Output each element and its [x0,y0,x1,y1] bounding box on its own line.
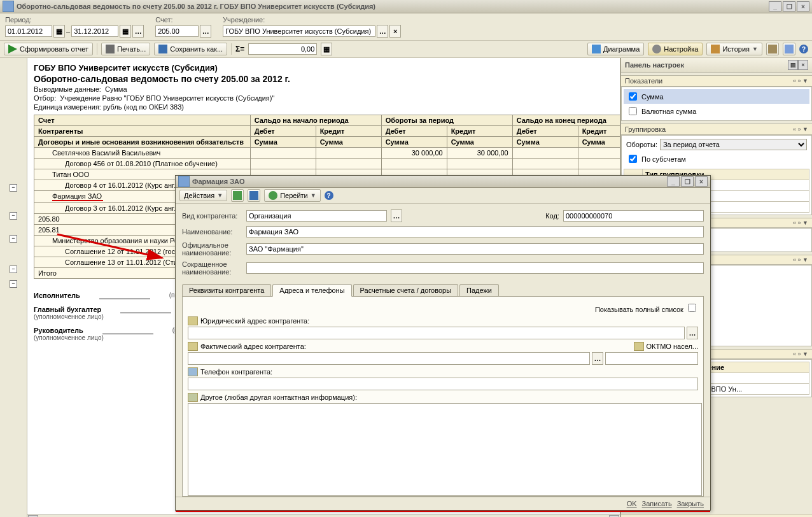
modal-tabs: Реквизиты контрагента Адреса и телефоны … [182,284,704,297]
period-from-picker[interactable]: ▦ [53,25,65,38]
cur-checkbox[interactable] [629,107,637,115]
tab-page: Показывать полный список Юридический адр… [182,297,704,497]
fact-address-input[interactable] [188,352,590,365]
tab-cases[interactable]: Падежи [459,284,499,296]
filter-bar: Период: ▦ – ▦ … Счет: … Учреждение: … × [0,13,812,41]
settings-toggle-button[interactable]: Настройка [648,43,703,55]
turn-period-select[interactable]: За период отчета [660,139,807,150]
rearrange-button[interactable] [766,43,779,55]
address-icon [188,342,198,351]
modal-minimize[interactable]: _ [667,176,680,187]
sub-checkbox[interactable] [629,155,637,163]
run-report-button[interactable]: Сформировать отчет [4,43,93,55]
panel-close-button[interactable]: × [798,60,808,70]
table-row[interactable]: Светлячков Василий Васильевич30 000,0030… [34,148,621,159]
maximize-button[interactable]: ❐ [783,1,795,11]
period-label: Период: [5,16,144,24]
sigma-icon: Σ= [235,45,244,53]
code-input[interactable] [563,210,704,222]
oktmo-icon [634,342,644,351]
indicator-currency[interactable]: Валютная сумма [624,104,809,118]
tree-collapse-5[interactable]: − [10,280,17,288]
org-label: Учреждение: [223,16,401,24]
sigma-input[interactable] [248,43,317,55]
modal-title: Фармация ЗАО [192,178,244,185]
sigma-calc[interactable]: ▦ [321,43,332,55]
panel-title: Панель настроек [625,61,684,69]
legal-address-select[interactable]: … [687,327,698,339]
name-input[interactable] [246,226,704,237]
tree-collapse-4[interactable]: − [10,266,17,273]
show-full-label[interactable]: Показывать полный список [595,306,698,313]
org-clear[interactable]: × [389,25,401,38]
save-as-button[interactable]: Сохранить как... [154,43,227,55]
sum-checkbox[interactable] [629,92,637,101]
fact-address-select[interactable]: … [592,352,603,365]
tree-gutter: − − − − − [0,58,27,517]
tab-requisites[interactable]: Реквизиты контрагента [182,284,271,296]
main-titlebar: Оборотно-сальдовая ведомость по счету 20… [0,0,812,13]
short-name-input[interactable] [246,262,704,274]
history-button[interactable]: История▼ [706,43,762,55]
print-button[interactable]: Печать... [101,43,150,55]
window-title: Оборотно-сальдовая ведомость по счету 20… [17,3,375,10]
tree-collapse-3[interactable]: − [10,235,17,243]
report-subtitle: ГОБУ ВПО Университет искусств (Субсидия) [34,63,613,73]
tab-accounts[interactable]: Расчетные счета / договоры [353,284,459,296]
show-full-checkbox[interactable] [688,304,696,312]
close-link[interactable]: Закрыть [677,500,704,507]
period-select[interactable]: … [132,25,144,38]
modal-icon [178,176,190,187]
modal-help[interactable]: ? [325,191,333,200]
tab-addresses[interactable]: Адреса и телефоны [272,284,351,297]
account-label: Счет: [155,16,211,24]
diagram-button[interactable]: Диаграмма [587,43,644,55]
period-to-picker[interactable]: ▦ [120,25,131,38]
official-name-input[interactable] [246,243,704,255]
contractor-modal: Фармация ЗАО _ ❐ × Действия▼ Перейти▼ ? … [175,175,711,511]
legal-address-input[interactable] [188,327,685,339]
ind-collapse[interactable]: « » ▼ [793,78,808,84]
org-input[interactable] [223,25,375,37]
account-select[interactable]: … [200,25,211,38]
account-input[interactable] [155,25,199,37]
actions-menu[interactable]: Действия▼ [179,190,227,201]
phone-input[interactable] [188,378,698,390]
write-button[interactable]: Записать [642,500,672,507]
indicator-sum[interactable]: Сумма [624,89,809,104]
grp-collapse[interactable]: « » ▼ [793,126,808,132]
other-textarea[interactable] [188,403,702,496]
refresh-icon[interactable] [231,189,244,202]
oktmo-input[interactable] [605,352,698,365]
period-to-input[interactable] [71,25,118,37]
panel-edit-icon[interactable]: ▤ [788,60,798,70]
help-button[interactable]: ? [799,45,808,53]
goto-menu[interactable]: Перейти▼ [264,189,321,202]
toolbar: Сформировать отчет Печать... Сохранить к… [0,41,812,58]
h-scrollbar[interactable]: ◄► [27,514,620,517]
org-select[interactable]: … [377,25,388,38]
address-icon [188,316,198,325]
type-select[interactable]: … [391,209,402,222]
close-button[interactable]: × [797,1,809,11]
table-row[interactable]: Договор 456 от 01.08.2010 (Платное обуче… [34,159,621,169]
modal-maximize[interactable]: ❐ [681,176,694,187]
minimize-button[interactable]: _ [769,1,781,11]
phone-icon [188,367,198,376]
save-icon[interactable] [248,189,260,202]
tree-collapse-2[interactable]: − [10,212,17,220]
type-input[interactable] [246,210,387,222]
report-title: Оборотно-сальдовая ведомость по счету 20… [34,74,613,84]
other-icon [188,393,198,402]
modal-close[interactable]: × [695,176,708,187]
app-icon [3,1,14,12]
ok-button[interactable]: OK [627,500,637,507]
period-from-input[interactable] [5,25,52,37]
tree-collapse-1[interactable]: − [10,184,17,192]
layout-button[interactable] [783,43,795,55]
